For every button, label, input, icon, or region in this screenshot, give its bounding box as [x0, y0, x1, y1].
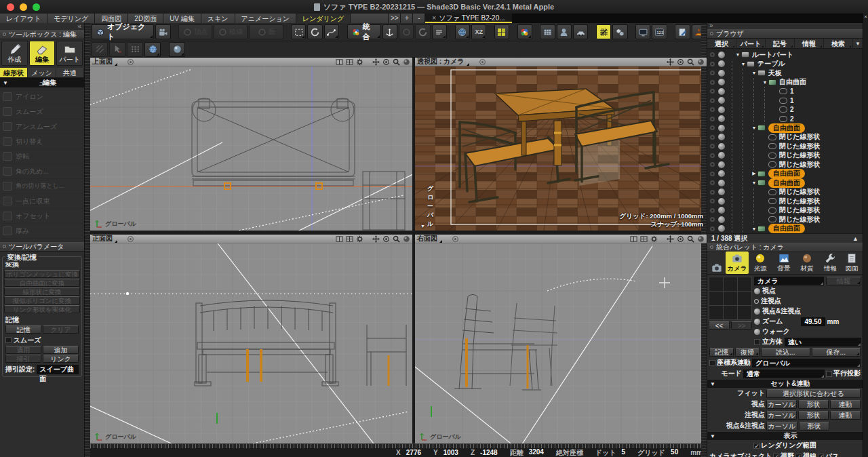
walk-radio[interactable] — [754, 329, 760, 335]
magnifier-icon[interactable] — [687, 235, 694, 243]
car-button[interactable] — [573, 24, 588, 39]
sphere-grid-button[interactable] — [144, 42, 161, 57]
camera-memory-button[interactable]: 記憶 — [709, 348, 734, 357]
tool-chamfer[interactable]: 角の切り落とし... — [1, 179, 83, 194]
tree-row[interactable]: 2 — [707, 115, 863, 124]
eye-point-radio[interactable] — [754, 288, 760, 294]
render-toggle[interactable] — [718, 88, 725, 95]
tool-smooth[interactable]: スムーズ — [1, 104, 83, 119]
palette-header[interactable]: 統合パレット : カメラ — [707, 243, 863, 252]
xz-plane-button[interactable]: XZ — [471, 24, 486, 39]
visibility-toggle[interactable] — [710, 80, 715, 85]
visibility-toggle[interactable] — [710, 107, 715, 112]
tree-row[interactable]: ▼自由曲面 — [707, 123, 863, 133]
tool-thickness[interactable]: 厚み — [1, 224, 83, 239]
scroll-up-icon[interactable]: ▲ — [852, 235, 859, 242]
expand-arrow[interactable]: ▼ — [740, 62, 747, 66]
tree-row[interactable]: 閉じた線形状 — [707, 151, 863, 161]
convert-to-freesurface-button[interactable]: 自由曲面に変換 — [4, 279, 80, 287]
pointer-tool-button[interactable] — [109, 42, 125, 57]
tool-switch[interactable]: 切り替え — [1, 134, 83, 149]
grid-toggle-button[interactable] — [494, 24, 509, 39]
visibility-toggle[interactable] — [710, 71, 715, 75]
visibility-toggle[interactable] — [710, 62, 715, 66]
orbit-icon[interactable] — [677, 235, 684, 243]
visibility-toggle[interactable] — [710, 98, 715, 103]
monitor-button[interactable] — [635, 24, 650, 39]
camera-sphere-icon[interactable] — [403, 58, 410, 66]
tab-remove-button[interactable]: - — [413, 14, 425, 23]
tree-item-label-selected[interactable]: 自由曲面 — [768, 169, 805, 178]
render-toggle[interactable] — [718, 79, 725, 85]
four-pane-icon[interactable] — [640, 235, 648, 243]
tool-offset[interactable]: オフセット — [1, 209, 83, 224]
memory-prev-button[interactable]: << — [709, 321, 730, 330]
memory-slot[interactable] — [709, 306, 723, 319]
tab-skin[interactable]: スキン — [201, 14, 235, 23]
viewport-front-canvas[interactable] — [90, 243, 412, 443]
primitive-cubes-button[interactable] — [612, 24, 627, 39]
lattice-points-button[interactable] — [127, 42, 143, 57]
cube-speed-select[interactable]: 速い — [785, 338, 861, 346]
toolbox-header[interactable]: ツールボックス : 編集 — [0, 30, 84, 39]
panel-close-icon[interactable]: × — [864, 14, 867, 20]
toolbox-tab-line-shape[interactable]: 線形状 — [0, 68, 28, 77]
visibility-toggle[interactable] — [710, 172, 715, 176]
visibility-toggle[interactable] — [710, 162, 715, 167]
target-link-button[interactable]: 連動 — [830, 411, 861, 420]
tree-row[interactable]: ▼自由曲面 — [707, 178, 863, 188]
tree-row[interactable]: 閉じた線形状 — [707, 133, 863, 142]
render-toggle[interactable] — [718, 134, 725, 140]
tool-converge[interactable]: 一点に収束 — [1, 194, 83, 209]
visibility-toggle[interactable] — [710, 153, 715, 158]
render-toggle[interactable] — [718, 52, 725, 58]
eye-shape-button[interactable]: 形状 — [798, 400, 829, 409]
palette-tab-info[interactable]: 情報 — [819, 252, 842, 274]
tree-row[interactable]: 1 — [707, 87, 863, 96]
rotate-dim-button[interactable] — [415, 24, 430, 39]
gear-icon[interactable] — [356, 235, 363, 243]
tool-round-corner[interactable]: 角の丸め... — [1, 164, 83, 179]
viewport-top[interactable]: 上面図 — [90, 58, 412, 231]
polygon-lattice-button[interactable] — [596, 24, 611, 39]
move-cross-icon[interactable] — [667, 235, 674, 243]
memory-slot[interactable] — [724, 292, 737, 305]
palette-tab-drawing[interactable]: 図面 — [842, 252, 861, 274]
zoom-value-field[interactable]: 49.50 — [801, 317, 825, 326]
integrate-manipulator-button[interactable]: 統合 — [347, 24, 381, 39]
tab-animation[interactable]: アニメーション — [235, 14, 296, 23]
visibility-toggle[interactable] — [710, 180, 715, 185]
sight-checkbox[interactable] — [795, 454, 802, 457]
tree-row[interactable]: ▼テーブル — [707, 60, 863, 69]
browser-expand-button[interactable]: » — [709, 22, 713, 29]
camera-info-button[interactable]: 情報 — [826, 277, 861, 285]
render-toggle[interactable] — [718, 207, 725, 214]
toolbox-tab-common[interactable]: 共通 — [56, 68, 84, 77]
render-toggle[interactable] — [718, 125, 725, 132]
materialize-link-button[interactable]: リンク形状を実体化 — [4, 305, 80, 313]
render-toggle[interactable] — [718, 115, 725, 122]
memory-slot[interactable] — [709, 277, 723, 291]
section-collapse-icon[interactable]: ▼ — [710, 433, 715, 439]
camera-restore-button[interactable]: 復帰 — [735, 348, 760, 357]
tree-item-label-selected[interactable]: 自由曲面 — [768, 123, 805, 133]
viewport-front[interactable]: 正面図 — [90, 235, 412, 443]
render-toggle[interactable] — [718, 216, 725, 223]
browser-menu-select[interactable]: 選択 — [707, 39, 736, 49]
viewport-front-header[interactable]: 正面図 — [90, 235, 412, 243]
tree-item-label[interactable]: 1 — [790, 87, 794, 95]
palette-tab-photo[interactable] — [709, 261, 725, 274]
tree-item-label[interactable]: 閉じた線形状 — [779, 142, 820, 151]
coord-link-checkbox[interactable] — [709, 360, 715, 366]
toolbox-edit-button[interactable]: 編集 — [29, 41, 56, 66]
tree-item-label[interactable]: 2 — [790, 106, 794, 113]
tree-row[interactable]: 閉じた線形状 — [707, 160, 863, 170]
document-tab-close-icon[interactable]: × — [432, 14, 436, 22]
viewport-perspective-title[interactable]: 透視図 : カメラ — [417, 58, 470, 66]
globe-dim-button[interactable] — [399, 24, 414, 39]
move-cross-icon[interactable] — [372, 58, 380, 66]
sweep-setting-select[interactable]: スイープ曲面 — [37, 365, 79, 374]
visibility-toggle[interactable] — [710, 125, 715, 130]
visibility-toggle[interactable] — [710, 208, 715, 213]
target-point-radio[interactable] — [754, 299, 759, 304]
